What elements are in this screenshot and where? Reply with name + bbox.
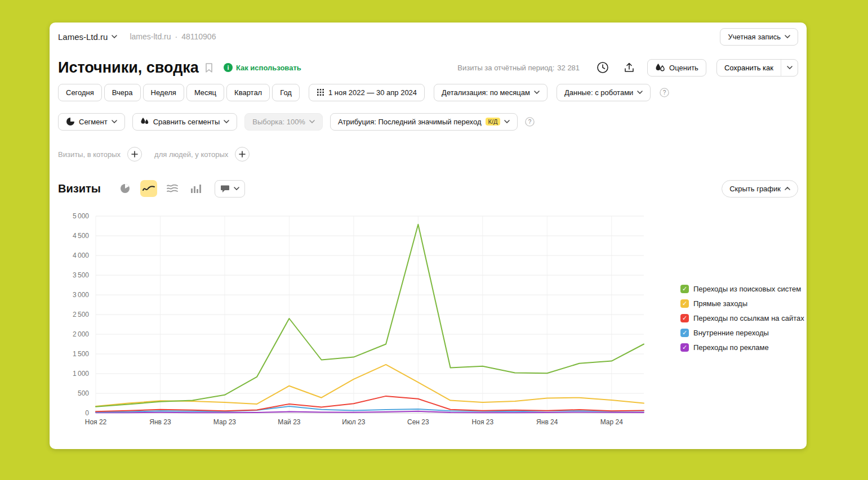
how-to-use-link[interactable]: i Как использовать — [224, 63, 301, 72]
x-tick-label: Ноя 23 — [472, 418, 494, 426]
svg-text:?: ? — [528, 119, 532, 125]
how-to-use-label: Как использовать — [236, 64, 301, 72]
bookmark-icon[interactable] — [204, 62, 213, 73]
legend-item-1[interactable]: ✓Переходы из поисковых систем — [680, 285, 804, 293]
y-tick-label: 4 000 — [73, 252, 89, 259]
chevron-down-icon — [785, 35, 790, 38]
svg-text:i: i — [227, 64, 229, 71]
save-as-split-button: Сохранить как — [716, 59, 798, 77]
hide-chart-button[interactable]: Скрыть график — [722, 180, 798, 198]
title-row: Источники, сводка i Как использовать Виз… — [58, 56, 798, 79]
x-tick-label: Мар 24 — [600, 418, 623, 426]
legend-checkbox-icon[interactable]: ✓ — [680, 329, 689, 337]
legend-item-4[interactable]: ✓Внутренние переходы — [680, 329, 804, 337]
legend-item-2[interactable]: ✓Прямые заходы — [680, 299, 804, 308]
legend-label: Внутренние переходы — [693, 329, 769, 337]
legend-checkbox-icon[interactable]: ✓ — [680, 343, 689, 352]
site-switcher[interactable]: Lames-Ltd.ru — [58, 32, 117, 42]
period-tab-5[interactable]: Квартал — [226, 84, 270, 101]
chart-type-columns-button[interactable] — [188, 180, 204, 197]
data-mode-button[interactable]: Данные: с роботами — [557, 84, 651, 101]
compare-segments-label: Сравнить сегменты — [153, 118, 220, 126]
account-button[interactable]: Учетная запись — [720, 28, 798, 46]
series-line — [96, 406, 644, 412]
detalization-button[interactable]: Детализация: по месяцам — [434, 84, 547, 101]
rate-button[interactable]: Оценить — [647, 59, 706, 77]
add-people-condition-button[interactable] — [235, 147, 250, 162]
page-title: Источники, сводка — [58, 59, 199, 77]
chevron-down-icon — [309, 120, 315, 123]
svg-text:?: ? — [663, 89, 666, 96]
counter-domain: lames-ltd.ru — [130, 32, 171, 41]
y-tick-label: 4 500 — [73, 232, 89, 240]
site-name: Lames-Ltd.ru — [58, 32, 108, 42]
save-as-dropdown-button[interactable] — [781, 60, 798, 76]
legend-label: Переходы из поисковых систем — [693, 285, 801, 293]
legend-checkbox-icon[interactable]: ✓ — [680, 299, 689, 308]
visits-condition-label: Визиты, в которых — [58, 150, 121, 159]
segment-button[interactable]: Сегмент — [58, 113, 125, 131]
compare-segments-button[interactable]: Сравнить сегменты — [132, 113, 238, 131]
legend-item-5[interactable]: ✓Переходы по рекламе — [680, 343, 804, 352]
attribution-button[interactable]: Атрибуция: Последний значимый переход К/… — [330, 113, 518, 131]
stacked-lines-icon — [167, 184, 178, 193]
history-button[interactable] — [594, 59, 611, 76]
segment-label: Сегмент — [79, 118, 108, 126]
y-tick-label: 3 500 — [73, 271, 89, 279]
chevron-up-icon — [785, 187, 790, 190]
visits-period-value: 32 281 — [557, 64, 580, 72]
x-tick-label: Июл 23 — [342, 418, 365, 426]
annotations-dropdown-button[interactable] — [215, 180, 245, 198]
period-tab-1[interactable]: Сегодня — [58, 84, 102, 101]
chart-type-line-button[interactable] — [140, 180, 157, 197]
chart-legend: ✓Переходы из поисковых систем✓Прямые зах… — [680, 285, 804, 352]
chevron-down-icon — [534, 91, 540, 94]
y-tick-label: 3 000 — [73, 291, 89, 299]
data-mode-label: Данные: с роботами — [564, 88, 633, 97]
sampling-button[interactable]: Выборка: 100% — [244, 113, 323, 131]
add-visit-condition-button[interactable] — [127, 147, 142, 162]
chevron-down-icon — [504, 120, 510, 123]
y-tick-label: 1 500 — [73, 350, 89, 358]
visits-chart: Ноя 22Янв 23Мар 23Май 23Июл 23Сен 23Ноя … — [50, 213, 669, 433]
segment-toolbar: Сегмент Сравнить сегменты Выборка: 100% … — [58, 113, 798, 131]
x-tick-label: Ноя 22 — [85, 418, 107, 426]
pie-segment-icon — [66, 117, 75, 126]
period-toolbar: СегодняВчераНеделяМесяцКварталГод 1 ноя … — [58, 83, 798, 101]
chevron-down-icon — [112, 120, 117, 123]
legend-checkbox-icon[interactable]: ✓ — [680, 314, 689, 322]
chart-type-pie-button[interactable] — [117, 180, 133, 197]
date-range-label: 1 ноя 2022 — 30 апр 2024 — [328, 88, 417, 97]
date-range-button[interactable]: 1 ноя 2022 — 30 апр 2024 — [309, 84, 425, 101]
chevron-down-icon — [637, 91, 643, 94]
period-tab-2[interactable]: Вчера — [104, 84, 141, 101]
attribution-badge: К/Д — [486, 118, 501, 125]
attribution-label: Атрибуция: Последний значимый переход — [338, 118, 482, 126]
legend-label: Переходы по рекламе — [693, 343, 769, 352]
x-tick-label: Мар 23 — [213, 418, 236, 426]
app-card: Lames-Ltd.ru lames-ltd.ru · 48110906 Уче… — [50, 23, 807, 449]
chart-type-stacked-button[interactable] — [164, 180, 181, 197]
y-tick-label: 2 000 — [73, 330, 89, 338]
rate-drops-icon — [655, 63, 665, 72]
detalization-label: Детализация: по месяцам — [442, 88, 530, 97]
x-tick-label: Май 23 — [278, 418, 301, 426]
counter-info: lames-ltd.ru · 48110906 — [130, 32, 216, 41]
sampling-label: Выборка: 100% — [252, 118, 305, 126]
legend-item-3[interactable]: ✓Переходы по ссылкам на сайтах — [680, 314, 804, 322]
y-tick-label: 500 — [78, 389, 89, 397]
series-line — [96, 225, 644, 407]
two-drops-icon — [140, 117, 149, 126]
info-icon: i — [224, 63, 233, 72]
save-as-button[interactable]: Сохранить как — [717, 60, 781, 76]
y-tick-label: 1 000 — [73, 370, 89, 378]
period-tabs: СегодняВчераНеделяМесяцКварталГод — [58, 84, 300, 101]
period-tab-4[interactable]: Месяц — [186, 84, 224, 101]
plus-icon — [131, 151, 138, 158]
legend-checkbox-icon[interactable]: ✓ — [680, 285, 689, 293]
help-icon[interactable]: ? — [525, 117, 535, 127]
export-button[interactable] — [621, 60, 637, 75]
help-icon[interactable]: ? — [660, 88, 669, 97]
period-tab-6[interactable]: Год — [272, 84, 300, 101]
period-tab-3[interactable]: Неделя — [143, 84, 184, 101]
